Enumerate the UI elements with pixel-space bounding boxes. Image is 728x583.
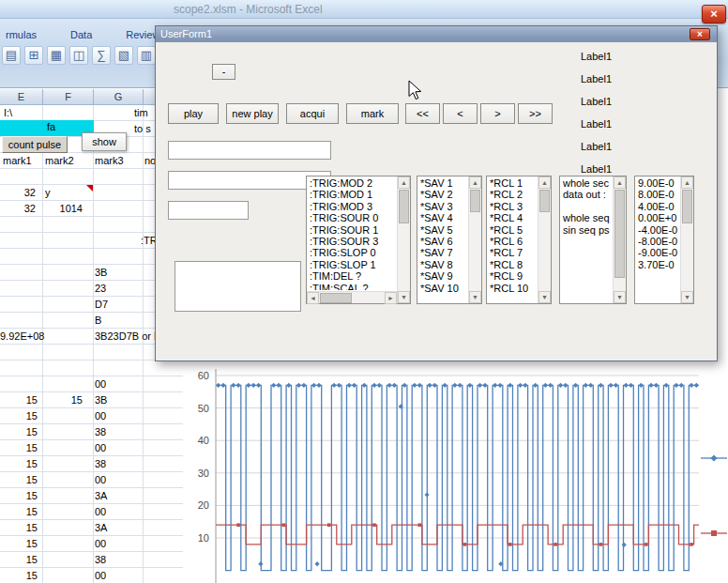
list-item[interactable]: -8.00E-0: [635, 236, 680, 247]
scrollbar[interactable]: ▲ ▼: [613, 176, 626, 303]
list-item[interactable]: *SAV 6: [417, 236, 468, 247]
cell[interactable]: 15: [0, 408, 38, 423]
excel-close-button[interactable]: ×: [702, 5, 726, 23]
listbox-sav-commands[interactable]: *SAV 1*SAV 2*SAV 3*SAV 4*SAV 5*SAV 6*SAV…: [417, 176, 482, 304]
list-item[interactable]: 9.00E-0: [635, 177, 680, 189]
scroll-left-icon[interactable]: ◄: [307, 292, 319, 304]
scroll-thumb[interactable]: [614, 190, 625, 278]
list-item[interactable]: whole sec: [560, 177, 613, 189]
list-item[interactable]: :TRIG:SOUR 1: [307, 224, 397, 236]
list-item[interactable]: :TIM:SCAL ?: [307, 283, 397, 290]
prev-button[interactable]: <: [443, 103, 478, 124]
merge-cells-icon[interactable]: ◫: [69, 46, 88, 65]
borders-icon[interactable]: ▦: [47, 46, 66, 65]
list-item[interactable]: *SAV 9: [417, 270, 468, 282]
listbox-values[interactable]: 9.00E-08.00E-04.00E-00.00E+0-4.00E-0-8.0…: [634, 176, 694, 304]
scroll-up-icon[interactable]: ▲: [538, 176, 551, 189]
list-item[interactable]: *RCL 4: [487, 212, 538, 223]
list-item[interactable]: :TRIG:MOD 1: [307, 189, 397, 200]
cell-fa[interactable]: fa: [47, 121, 55, 132]
cell[interactable]: 38: [95, 456, 106, 471]
cell-32b[interactable]: 32: [0, 202, 36, 216]
cell[interactable]: 15: [0, 552, 38, 567]
cell[interactable]: 15: [0, 568, 38, 583]
cell-time-label[interactable]: tim: [134, 106, 148, 120]
list-item[interactable]: *RCL 10: [487, 283, 538, 294]
highlight-cell-fa[interactable]: fa: [0, 120, 94, 136]
scroll-up-icon[interactable]: ▲: [614, 176, 626, 189]
scroll-down-icon[interactable]: ▼: [469, 291, 481, 303]
cell-mark1[interactable]: mark1: [3, 154, 32, 168]
cell[interactable]: 15: [0, 392, 38, 407]
cell[interactable]: 38: [95, 552, 106, 567]
textbox-3[interactable]: [168, 201, 249, 220]
cell[interactable]: 3A: [95, 520, 107, 535]
column-header[interactable]: F: [43, 89, 94, 105]
new-play-button[interactable]: new play: [226, 103, 279, 124]
list-item[interactable]: 3.70E-0: [635, 259, 680, 270]
column-header[interactable]: E: [0, 89, 43, 105]
list-item[interactable]: *RCL 1: [487, 177, 538, 189]
cell[interactable]: 15: [0, 504, 38, 519]
scroll-thumb[interactable]: [470, 190, 480, 212]
play-button[interactable]: play: [168, 103, 219, 124]
cell[interactable]: 3A: [95, 488, 107, 503]
userform-titlebar[interactable]: UserForm1 ×: [156, 26, 717, 42]
list-item[interactable]: *SAV 2: [417, 189, 468, 200]
list-item[interactable]: 8.00E-0: [635, 189, 680, 200]
next-button[interactable]: >: [480, 103, 515, 124]
cell-hex-2[interactable]: 23: [95, 282, 106, 296]
chart-icon[interactable]: ▥: [137, 46, 156, 65]
ribbon-tab-rmulas[interactable]: rmulas: [2, 26, 40, 43]
list-item[interactable]: :TRIG:MOD 2: [307, 177, 397, 189]
cell-y[interactable]: y: [45, 186, 51, 200]
fill-icon[interactable]: ▧: [114, 46, 133, 65]
cell[interactable]: 00: [95, 440, 106, 455]
userform-dialog[interactable]: UserForm1 × - play new play acqui mark <…: [155, 25, 718, 361]
cell-hex-long[interactable]: 3B23D7B or B: [95, 330, 160, 344]
acqui-button[interactable]: acqui: [286, 103, 339, 124]
cell[interactable]: 15: [0, 472, 38, 487]
cell-mark3[interactable]: mark3: [95, 154, 124, 168]
cell-hex-1[interactable]: 3B: [95, 266, 107, 280]
scroll-right-icon[interactable]: ►: [385, 292, 397, 304]
scrollbar[interactable]: ▲ ▼: [538, 176, 551, 303]
cell[interactable]: 00: [95, 408, 106, 423]
list-item[interactable]: -4.00E-0: [635, 224, 680, 236]
list-item[interactable]: [560, 201, 613, 212]
mark-button[interactable]: mark: [346, 103, 399, 124]
cell[interactable]: 38: [95, 424, 106, 439]
list-item[interactable]: whole seq: [560, 212, 613, 223]
cell-hex-3[interactable]: D7: [95, 298, 108, 312]
list-item[interactable]: *RCL 7: [487, 247, 538, 258]
scroll-up-icon[interactable]: ▲: [469, 176, 481, 189]
column-header[interactable]: G: [94, 89, 144, 105]
scroll-down-icon[interactable]: ▼: [681, 291, 693, 303]
list-item[interactable]: data out :: [560, 189, 613, 200]
display-box[interactable]: [174, 261, 301, 312]
list-item[interactable]: *SAV 3: [417, 201, 468, 212]
cell-drive-path[interactable]: I:\: [4, 106, 12, 120]
ribbon-tab-data[interactable]: Data: [67, 26, 96, 43]
list-item[interactable]: *SAV 4: [417, 212, 468, 223]
cell[interactable]: 3B: [95, 392, 107, 407]
cell[interactable]: 15: [42, 392, 83, 407]
cell[interactable]: 00: [95, 504, 106, 519]
list-item[interactable]: *RCL 6: [487, 236, 538, 247]
cell[interactable]: 00: [95, 568, 106, 583]
list-item[interactable]: *SAV 8: [417, 259, 468, 270]
scroll-down-icon[interactable]: ▼: [614, 291, 626, 303]
cell[interactable]: 15: [0, 488, 38, 503]
list-item[interactable]: 0.00E+0: [635, 212, 680, 223]
userform-close-button[interactable]: ×: [690, 28, 710, 40]
list-item[interactable]: *RCL 2: [487, 189, 538, 200]
list-item[interactable]: *RCL 8: [487, 259, 538, 270]
list-item[interactable]: 4.00E-0: [635, 201, 680, 212]
cell[interactable]: 15: [0, 424, 38, 439]
list-item[interactable]: *RCL 9: [487, 270, 538, 282]
cell-mark2[interactable]: mark2: [45, 154, 74, 168]
cell[interactable]: 15: [0, 520, 38, 535]
listbox-seq-options[interactable]: whole secdata out : whole seqsin seq ps …: [559, 176, 627, 304]
cell[interactable]: 15: [0, 536, 38, 551]
list-item[interactable]: *SAV 1: [417, 177, 468, 189]
